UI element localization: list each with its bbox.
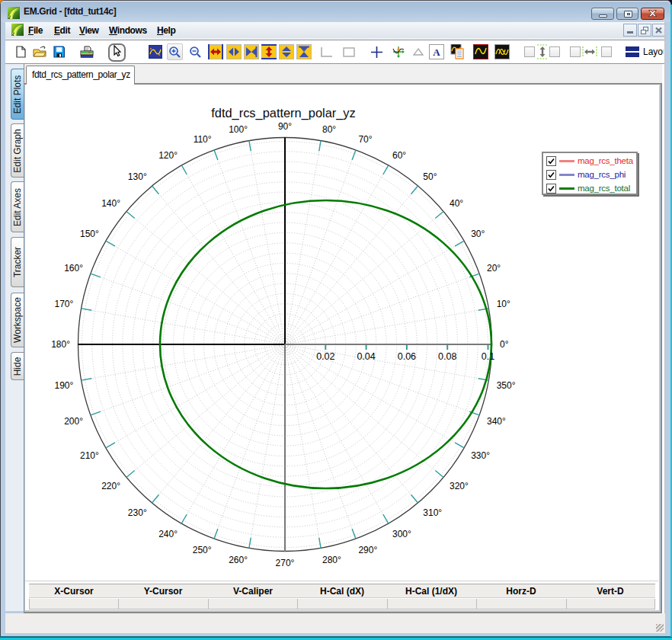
svg-text:230°: 230° (128, 507, 147, 518)
svg-text:10°: 10° (497, 299, 510, 309)
svg-text:170°: 170° (54, 299, 73, 309)
svg-text:290°: 290° (358, 545, 377, 555)
svg-text:0°: 0° (500, 339, 509, 350)
svg-text:110°: 110° (194, 134, 212, 145)
svg-text:0.08: 0.08 (438, 351, 456, 362)
svg-text:0.06: 0.06 (398, 351, 416, 362)
svg-text:250°: 250° (193, 545, 212, 555)
svg-text:90°: 90° (278, 121, 292, 132)
svg-text:120°: 120° (158, 150, 178, 161)
svg-text:0.1: 0.1 (482, 351, 494, 362)
svg-text:180°: 180° (51, 339, 70, 350)
svg-text:40°: 40° (450, 198, 463, 209)
svg-text:310°: 310° (423, 507, 442, 518)
svg-text:350°: 350° (497, 380, 516, 391)
svg-text:240°: 240° (158, 529, 178, 539)
svg-text:20°: 20° (487, 263, 501, 274)
svg-text:330°: 330° (471, 450, 490, 461)
svg-text:150°: 150° (80, 229, 99, 239)
svg-text:340°: 340° (487, 416, 506, 427)
svg-text:140°: 140° (101, 198, 120, 209)
svg-text:190°: 190° (54, 380, 73, 391)
svg-text:270°: 270° (276, 558, 295, 568)
svg-text:100°: 100° (229, 124, 248, 135)
svg-text:300°: 300° (392, 529, 411, 539)
svg-text:320°: 320° (450, 481, 469, 491)
svg-text:130°: 130° (128, 171, 147, 182)
svg-text:260°: 260° (229, 555, 248, 565)
svg-text:30°: 30° (471, 229, 485, 239)
svg-text:200°: 200° (64, 416, 83, 427)
svg-text:210°: 210° (80, 450, 99, 461)
svg-text:220°: 220° (101, 481, 120, 491)
svg-text:0.04: 0.04 (357, 351, 375, 362)
svg-text:280°: 280° (322, 555, 341, 565)
svg-text:50°: 50° (423, 171, 437, 182)
svg-text:70°: 70° (358, 134, 372, 145)
svg-text:60°: 60° (392, 150, 406, 161)
svg-text:0.02: 0.02 (316, 351, 334, 362)
svg-text:80°: 80° (322, 124, 336, 135)
svg-text:160°: 160° (64, 263, 83, 274)
